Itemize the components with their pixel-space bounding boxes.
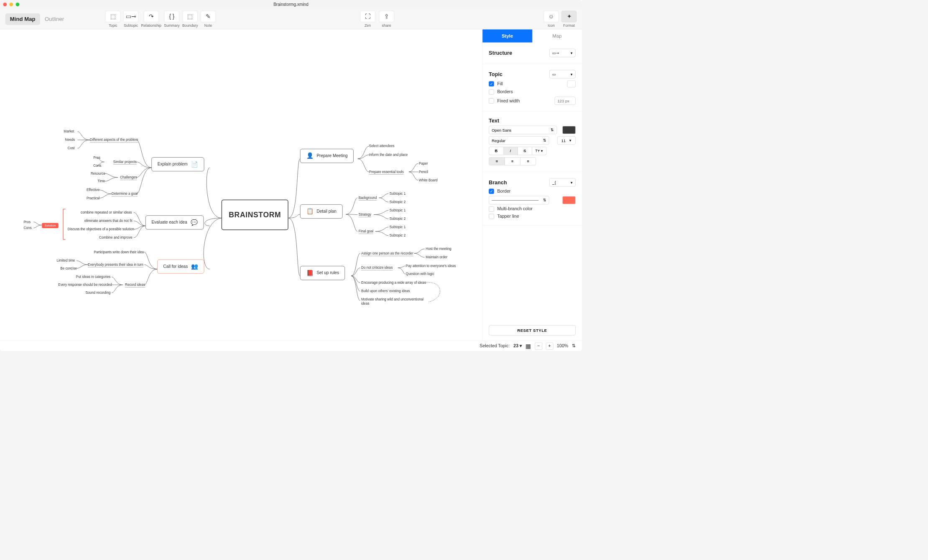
zoom-out-button[interactable]: −: [535, 342, 542, 350]
leaf[interactable]: Select attendees: [369, 144, 395, 148]
leaf[interactable]: Everybody presents their idea in turn: [88, 262, 143, 267]
subtopic-button[interactable]: ▭⊸Subtopic: [123, 10, 138, 27]
border-checkbox[interactable]: ✓: [489, 188, 494, 194]
icon-button[interactable]: ☺Icon: [543, 10, 558, 27]
leaf[interactable]: Build upon others' existing ideas: [361, 289, 410, 293]
leaf[interactable]: Do not criticize ideas: [361, 266, 393, 270]
leaf[interactable]: Cons: [23, 226, 31, 229]
fixed-width-input[interactable]: [555, 97, 576, 104]
boundary-button[interactable]: ⬚Boundary: [182, 10, 198, 27]
node-set-up-rules[interactable]: 📕Set up rules: [300, 266, 345, 280]
font-color-swatch[interactable]: [563, 126, 576, 134]
tab-mind-map[interactable]: Mind Map: [5, 13, 40, 25]
leaf[interactable]: Cons: [93, 164, 101, 168]
topic-shape-select[interactable]: ▭ ▾: [549, 70, 576, 78]
leaf[interactable]: Limited time: [56, 259, 75, 262]
reset-style-button[interactable]: RESET STYLE: [489, 325, 576, 335]
strike-button[interactable]: S: [518, 147, 532, 155]
leaf[interactable]: Discuss the objectives of a possible sol…: [68, 227, 134, 231]
bold-button[interactable]: B: [489, 147, 503, 155]
zoom-level[interactable]: 100%: [557, 344, 568, 349]
topic-button[interactable]: ⬚Topic: [105, 10, 120, 27]
font-size-select[interactable]: 11▾: [557, 136, 576, 145]
node-explain-problem[interactable]: Explain problem📄: [151, 157, 204, 171]
leaf[interactable]: Background: [359, 196, 377, 200]
note-button[interactable]: ✎Note: [201, 10, 216, 27]
leaf[interactable]: combine repeated or similar ideas: [81, 210, 132, 214]
leaf[interactable]: Prepare essential tools: [369, 170, 404, 174]
node-evaluate-idea[interactable]: Evaluate each idea💬: [145, 215, 204, 229]
leaf[interactable]: Every response should be recorded: [58, 283, 112, 287]
close-window-icon[interactable]: [3, 3, 7, 6]
leaf[interactable]: Combine and improve: [99, 236, 133, 239]
leaf[interactable]: eliminate answers that do not fit: [84, 219, 133, 223]
panel-tab-style[interactable]: Style: [482, 29, 532, 42]
leaf[interactable]: Motivate sharing wild and unconventional…: [361, 298, 427, 305]
leaf[interactable]: Subtopic 2: [390, 234, 406, 237]
leaf[interactable]: Question with logic: [406, 272, 434, 276]
leaf[interactable]: Similar projects: [113, 160, 137, 164]
structure-select[interactable]: ▭⊸ ▾: [549, 49, 576, 57]
solution-tag[interactable]: Solution: [42, 223, 59, 229]
leaf[interactable]: Subtopic 1: [390, 225, 406, 229]
leaf[interactable]: Paper: [419, 161, 428, 165]
case-button[interactable]: Tᴛ ▾: [532, 147, 546, 155]
leaf[interactable]: Different aspects of the problem: [90, 138, 138, 143]
leaf[interactable]: White Board: [419, 178, 438, 182]
leaf[interactable]: Needs: [65, 138, 75, 142]
leaf[interactable]: Sound recording: [85, 290, 110, 294]
relationship-button[interactable]: ↷Relationship: [141, 10, 161, 27]
leaf[interactable]: Host the meeting: [426, 247, 451, 251]
zoom-in-button[interactable]: +: [546, 342, 553, 350]
fill-checkbox[interactable]: ✓: [489, 81, 494, 87]
node-call-for-ideas[interactable]: Call for ideas👥: [157, 260, 204, 274]
leaf[interactable]: Subtopic 1: [390, 208, 406, 212]
leaf[interactable]: Encourage producing a wide array of idea…: [361, 281, 426, 285]
central-topic[interactable]: BRAINSTORM: [222, 200, 288, 230]
leaf[interactable]: Subtopic 1: [390, 191, 406, 195]
leaf[interactable]: Be concise: [60, 266, 77, 270]
leaf[interactable]: Record ideas: [125, 283, 145, 288]
branch-style-select[interactable]: ⎯{ ▾: [549, 178, 576, 186]
italic-button[interactable]: I: [503, 147, 518, 155]
leaf[interactable]: Pros: [93, 155, 100, 159]
leaf[interactable]: Resource: [91, 171, 105, 175]
selected-topic-count[interactable]: 23 ▾: [513, 343, 522, 349]
leaf[interactable]: Pencil: [419, 170, 428, 173]
fixed-width-checkbox[interactable]: [489, 98, 494, 104]
leaf[interactable]: Participants write down their idea: [94, 250, 144, 254]
leaf[interactable]: Pros: [23, 220, 31, 224]
format-button[interactable]: ✦Format: [561, 10, 576, 27]
zoom-dropdown-icon[interactable]: ⇅: [572, 343, 576, 349]
leaf[interactable]: Inform the date and place: [369, 153, 408, 157]
zen-button[interactable]: ⛶Zen: [360, 10, 375, 27]
leaf[interactable]: Market: [64, 130, 74, 133]
maximize-window-icon[interactable]: [16, 3, 20, 6]
border-color-swatch[interactable]: [563, 196, 576, 204]
leaf[interactable]: Assign one person as the recorder: [361, 251, 413, 256]
leaf[interactable]: Maintain order: [426, 255, 447, 259]
leaf[interactable]: Challenges: [120, 175, 137, 180]
align-right-button[interactable]: ≡: [520, 158, 536, 165]
leaf[interactable]: Determine a goal: [112, 192, 138, 196]
border-line-select[interactable]: ⇅: [489, 196, 549, 204]
align-center-button[interactable]: ≡: [505, 158, 520, 165]
leaf[interactable]: Put ideas in categories: [76, 275, 110, 279]
font-weight-select[interactable]: Regular⇅: [489, 136, 549, 145]
leaf[interactable]: Subtopic 2: [390, 217, 406, 221]
multi-branch-checkbox[interactable]: [489, 206, 494, 212]
leaf[interactable]: Pay attention to everyone's ideas: [406, 264, 456, 267]
map-overview-icon[interactable]: ▦: [525, 343, 531, 349]
tab-outliner[interactable]: Outliner: [40, 13, 69, 25]
canvas[interactable]: BRAINSTORM Explain problem📄 Different as…: [0, 29, 482, 341]
share-button[interactable]: ⇪share: [379, 10, 394, 27]
leaf[interactable]: Strategy: [359, 212, 371, 217]
node-prepare-meeting[interactable]: 👤Prepare Meeting: [300, 149, 354, 163]
leaf[interactable]: Practical: [87, 196, 99, 200]
align-left-button[interactable]: ≡: [489, 158, 505, 165]
borders-checkbox[interactable]: [489, 89, 494, 95]
leaf[interactable]: Cost: [68, 146, 75, 150]
window-controls[interactable]: [3, 3, 20, 6]
summary-button[interactable]: { }Summary: [164, 10, 180, 27]
minimize-window-icon[interactable]: [10, 3, 13, 6]
